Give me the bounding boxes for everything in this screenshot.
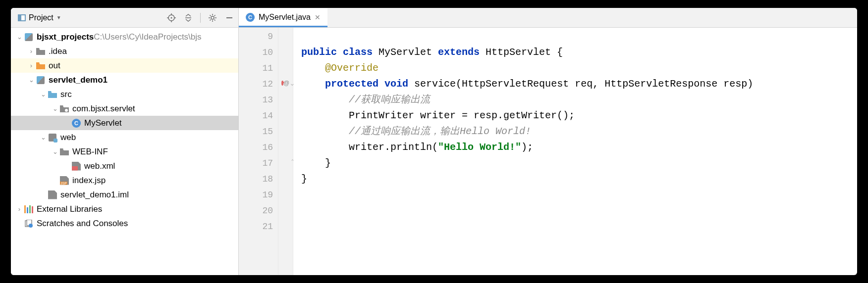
package-icon <box>59 104 69 113</box>
tree-label: MyServlet <box>84 118 122 128</box>
code-line: PrintWriter writer = resp.getWriter(); <box>301 108 849 124</box>
line-number: 10 <box>239 45 278 60</box>
tree-label: out <box>49 61 60 71</box>
module-icon <box>24 33 34 42</box>
library-icon <box>24 205 34 214</box>
code-line: } <box>301 155 849 171</box>
tab-label: MyServlet.java <box>259 13 311 22</box>
tab-bar: C MyServlet.java ✕ <box>239 8 857 28</box>
fold-end-icon[interactable]: ˄ <box>288 158 296 166</box>
folder-icon <box>59 147 69 156</box>
tree-label: bjsxt_projects <box>37 32 94 42</box>
gear-icon[interactable] <box>208 13 217 23</box>
project-tree[interactable]: ⌄ bjsxt_projects C:\Users\Cy\IdeaProject… <box>11 28 238 275</box>
project-label: Project <box>29 13 54 22</box>
tree-package[interactable]: ⌄ com.bjsxt.servlet <box>11 101 238 116</box>
expand-arrow-icon[interactable]: ⌄ <box>27 76 36 84</box>
code-line: @Override <box>301 60 849 76</box>
tree-scratches[interactable]: · Scratches and Consoles <box>11 216 238 231</box>
ide-window: Project ▼ ⌄ <box>11 8 857 275</box>
tree-label: web.xml <box>84 161 115 171</box>
tree-external-libs[interactable]: › External Libraries <box>11 202 238 216</box>
line-number: 12 <box>239 76 278 92</box>
tree-label: servlet_demo1 <box>49 75 108 85</box>
expand-arrow-icon[interactable]: ⌄ <box>39 134 48 141</box>
expand-arrow-icon[interactable]: ⌄ <box>15 33 24 41</box>
tree-iml[interactable]: · servlet_demo1.iml <box>11 188 238 202</box>
svg-point-7 <box>211 16 214 19</box>
line-number: 18 <box>239 171 278 187</box>
locate-icon[interactable] <box>166 13 176 23</box>
class-icon: C <box>246 13 255 22</box>
expand-arrow-icon[interactable]: ⌄ <box>39 91 48 98</box>
svg-point-9 <box>65 109 68 112</box>
project-tool-button[interactable]: Project ▼ <box>15 12 64 23</box>
tree-idea[interactable]: › .idea <box>11 44 238 58</box>
tree-webxml[interactable]: · web.xml <box>11 159 238 173</box>
editor-body: 9 10 11 12 13 14 15 16 17 18 19 20 21 @ … <box>239 28 857 275</box>
tree-webinf[interactable]: ⌄ WEB-INF <box>11 144 238 159</box>
tree-out[interactable]: › out <box>11 58 238 73</box>
tree-web[interactable]: ⌄ web <box>11 130 238 144</box>
tree-label: index.jsp <box>72 176 106 186</box>
tree-src[interactable]: ⌄ src <box>11 87 238 101</box>
line-number: 15 <box>239 124 278 140</box>
web-folder-icon <box>48 133 57 142</box>
svg-point-1 <box>171 17 172 18</box>
line-number: 14 <box>239 108 278 124</box>
gutter[interactable]: 9 10 11 12 13 14 15 16 17 18 19 20 21 <box>239 28 278 275</box>
code-area[interactable]: public class MyServlet extends HttpServl… <box>293 28 857 275</box>
folder-icon <box>48 90 57 99</box>
tree-label: src <box>60 90 72 99</box>
line-number: 13 <box>239 92 278 108</box>
tree-label: External Libraries <box>37 204 102 214</box>
line-number: 20 <box>239 203 278 219</box>
tree-label: WEB-INF <box>72 147 108 157</box>
line-number: 11 <box>239 60 278 76</box>
project-icon <box>18 14 26 21</box>
expand-arrow-icon[interactable]: ⌄ <box>51 148 59 155</box>
expand-arrow-icon[interactable]: › <box>27 47 36 55</box>
tab-myservlet[interactable]: C MyServlet.java ✕ <box>239 8 327 27</box>
module-icon <box>36 76 46 85</box>
expand-arrow-icon[interactable]: › <box>15 205 24 213</box>
sidebar-toolbar <box>166 13 234 23</box>
tree-indexjsp[interactable]: · index.jsp <box>11 173 238 188</box>
toolbar-divider <box>200 13 201 23</box>
jsp-file-icon <box>59 176 69 185</box>
code-line: writer.println("Hello World!"); <box>301 140 849 155</box>
class-icon: C <box>71 119 81 128</box>
line-number: 19 <box>239 187 278 203</box>
hide-icon[interactable] <box>224 13 234 23</box>
code-line <box>301 29 849 45</box>
tree-label: servlet_demo1.iml <box>60 190 129 200</box>
folder-icon <box>36 47 46 56</box>
line-number: 9 <box>239 29 278 45</box>
code-line: protected void service(HttpServletReques… <box>301 76 849 92</box>
iml-file-icon <box>48 190 57 199</box>
line-number: 21 <box>239 219 278 235</box>
code-line: } <box>301 171 849 187</box>
svg-point-12 <box>29 224 33 228</box>
line-number: 16 <box>239 140 278 155</box>
tree-myservlet[interactable]: · C MyServlet <box>11 116 238 130</box>
tree-label: web <box>60 133 76 142</box>
scratches-icon <box>24 219 34 228</box>
expand-arrow-icon[interactable]: › <box>27 62 36 69</box>
folder-icon <box>36 61 46 70</box>
tree-servlet-demo[interactable]: ⌄ servlet_demo1 <box>11 73 238 87</box>
gutter-annotations: @ ⌄ ˄ <box>278 28 293 275</box>
tree-path: C:\Users\Cy\IdeaProjects\bjs <box>94 32 201 42</box>
expand-all-icon[interactable] <box>183 13 193 23</box>
fold-start-icon[interactable]: ⌄ <box>288 79 296 87</box>
close-icon[interactable]: ✕ <box>315 13 321 21</box>
tree-label: com.bjsxt.servlet <box>72 104 135 114</box>
tree-root[interactable]: ⌄ bjsxt_projects C:\Users\Cy\IdeaProject… <box>11 30 238 44</box>
expand-arrow-icon[interactable]: ⌄ <box>51 105 59 112</box>
tree-label: Scratches and Consoles <box>37 219 128 229</box>
sidebar-header: Project ▼ <box>11 8 238 28</box>
code-line: //通过响应输出流，输出Hello World! <box>301 124 849 140</box>
xml-file-icon <box>71 162 81 171</box>
dropdown-arrow-icon: ▼ <box>56 15 61 20</box>
line-number: 17 <box>239 155 278 171</box>
